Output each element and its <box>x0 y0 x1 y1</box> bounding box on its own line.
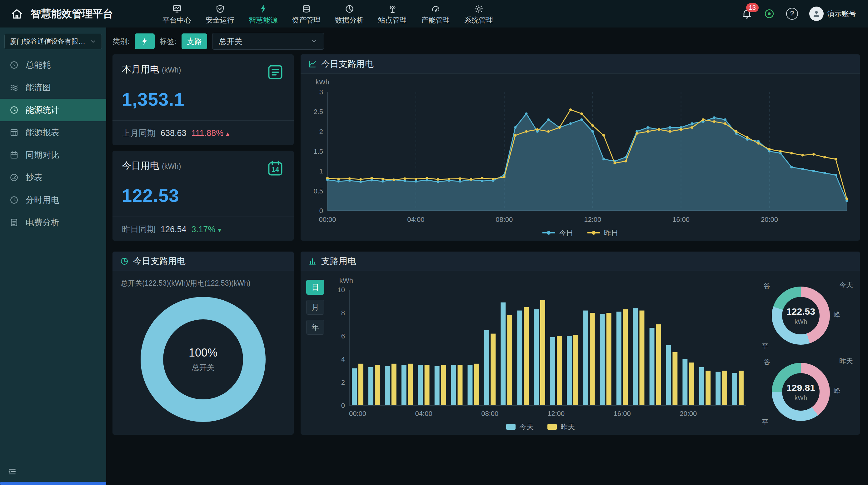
svg-text:1: 1 <box>319 167 323 175</box>
svg-text:6: 6 <box>341 332 345 340</box>
svg-text:16:00: 16:00 <box>673 216 690 223</box>
month-usage-unit: (kWh) <box>162 66 181 74</box>
clock-pie-icon <box>9 105 19 115</box>
nav-item-safety[interactable]: 安全运行 <box>199 3 241 25</box>
app-title: 智慧能效管理平台 <box>31 7 113 21</box>
branch-usage-bar-card: 支路用电 日 月 年 kWh 024681000:0004:0008:0012:… <box>301 251 860 435</box>
nav-item-system[interactable]: 系统管理 <box>458 3 499 25</box>
nav-item-sites[interactable]: 站点管理 <box>372 3 413 25</box>
day-compare-value: 126.54 <box>161 225 187 234</box>
sidebar-collapse-button[interactable] <box>0 464 106 479</box>
help-button[interactable]: ? <box>786 8 798 20</box>
person-icon <box>812 9 821 19</box>
sidebar-item-meter-reading[interactable]: 抄表 <box>0 166 106 189</box>
sidebar-menu: 总能耗 能流图 能源统计 能源报表 同期对比 抄表 分时用电 电费分析 <box>0 54 106 234</box>
category-label: 类别: <box>113 36 130 46</box>
calendar-icon <box>9 150 19 160</box>
tag-branch-button[interactable]: 支路 <box>182 33 207 49</box>
line-y-axis-unit: kWh <box>307 78 853 88</box>
donut-subtitle: 总开关(122.53)(kWh)/用电(122.53)(kWh) <box>113 271 294 288</box>
line-legend: 今日 昨日 <box>307 225 853 241</box>
chevron-down-icon <box>311 38 317 45</box>
svg-text:1.5: 1.5 <box>313 148 323 155</box>
legend-today[interactable]: 今日 <box>542 228 574 238</box>
month-usage-value: 1,353.1 <box>122 89 284 110</box>
cost-doc-icon <box>9 218 19 227</box>
antenna-icon <box>388 4 398 14</box>
nav-item-energy[interactable]: 智慧能源 <box>243 3 284 25</box>
donut-card-title: 今日支路用电 <box>133 255 186 267</box>
breaker-select-value: 总开关 <box>219 36 242 47</box>
sidebar-item-time-of-use[interactable]: 分时用电 <box>0 189 106 211</box>
line-card-title: 今日支路用电 <box>321 58 374 70</box>
category-electric-button[interactable] <box>135 33 155 49</box>
yesterday-line-marker <box>587 232 600 234</box>
svg-text:8: 8 <box>341 309 345 317</box>
svg-text:08:00: 08:00 <box>496 216 513 223</box>
svg-text:3: 3 <box>319 88 323 96</box>
svg-text:08:00: 08:00 <box>481 410 498 418</box>
toggle-month[interactable]: 月 <box>306 300 324 315</box>
energy-circle-icon <box>9 60 19 70</box>
donut-center-label: 总开关 <box>192 363 214 372</box>
shield-icon <box>215 4 225 14</box>
svg-text:00:00: 00:00 <box>319 216 336 223</box>
month-usage-title: 本月用电 <box>122 64 159 74</box>
chevron-down-icon <box>90 38 97 45</box>
sidebar-item-energy-flow[interactable]: 能流图 <box>0 76 106 99</box>
account-menu[interactable]: 演示账号 <box>809 6 856 21</box>
svg-text:16:00: 16:00 <box>614 410 631 418</box>
branch-bar-chart: 024681000:0004:0008:0012:0016:0020:00 <box>331 286 750 419</box>
company-select[interactable]: 厦门锐谷通信设备有限公司 <box>4 34 102 49</box>
avatar <box>809 6 824 21</box>
nav-item-assets[interactable]: 资产管理 <box>286 3 327 25</box>
energy-bolt-icon <box>258 4 268 14</box>
pie-chart-icon <box>345 4 354 14</box>
today-mini-donut-chart: 122.53 kWh <box>772 286 830 345</box>
legend-yesterday[interactable]: 昨日 <box>587 228 618 238</box>
question-icon: ? <box>790 9 794 18</box>
flow-waves-icon <box>9 83 19 92</box>
period-toggle-group: 日 月 年 <box>306 277 329 435</box>
svg-text:0: 0 <box>319 207 323 215</box>
daily-branch-donut-card: 今日支路用电 总开关(122.53)(kWh)/用电(122.53)(kWh) … <box>113 251 294 435</box>
month-change-percent: 111.88%▲ <box>191 128 230 138</box>
top-navigation: 平台中心 安全运行 智慧能源 资产管理 数据分析 站点管理 产能管理 系统管理 <box>156 3 499 25</box>
bar-y-axis-unit: kWh <box>331 277 750 286</box>
svg-text:20:00: 20:00 <box>761 216 778 223</box>
flat-label: 平 <box>762 418 768 427</box>
sidebar-item-cost-analysis[interactable]: 电费分析 <box>0 211 106 234</box>
sidebar-item-energy-report[interactable]: 能源报表 <box>0 121 106 144</box>
valley-label: 谷 <box>764 281 770 290</box>
yesterday-bar-marker <box>548 424 557 430</box>
nav-item-capacity[interactable]: 产能管理 <box>415 3 456 25</box>
svg-text:2: 2 <box>341 378 345 386</box>
month-compare-value: 638.63 <box>161 128 187 138</box>
main-content: 类别: 标签: 支路 总开关 本月用电(kWh) <box>106 28 868 485</box>
company-name: 厦门锐谷通信设备有限公司 <box>10 37 87 46</box>
bar-legend: 今天 昨天 <box>331 419 750 435</box>
valley-label: 谷 <box>764 358 770 367</box>
time-clock-icon <box>9 195 19 205</box>
sidebar-item-total-energy[interactable]: 总能耗 <box>0 54 106 76</box>
day-usage-card: 今日用电(kWh) 14 122.53 昨日同期 126.54 3.17%▼ <box>113 151 294 241</box>
day-usage-unit: (kWh) <box>162 162 181 170</box>
nav-item-data-analysis[interactable]: 数据分析 <box>329 3 370 25</box>
legend-bar-today[interactable]: 今天 <box>506 422 534 432</box>
status-button[interactable] <box>764 8 775 19</box>
notifications-button[interactable]: 13 <box>741 8 752 19</box>
sidebar-item-energy-stats[interactable]: 能源统计 <box>0 99 106 121</box>
sidebar-item-period-compare[interactable]: 同期对比 <box>0 144 106 166</box>
toggle-day[interactable]: 日 <box>306 280 324 295</box>
toggle-year[interactable]: 年 <box>306 320 324 335</box>
svg-text:20:00: 20:00 <box>680 410 697 418</box>
flat-label: 平 <box>762 341 768 350</box>
document-icon <box>266 63 284 81</box>
svg-text:2: 2 <box>319 128 323 135</box>
legend-bar-yesterday[interactable]: 昨天 <box>548 422 575 432</box>
svg-text:00:00: 00:00 <box>349 410 366 418</box>
nav-item-platform[interactable]: 平台中心 <box>156 3 197 25</box>
usage-donut-chart: 100% 总开关 <box>141 297 266 422</box>
breaker-select[interactable]: 总开关 <box>212 33 324 50</box>
scrollbar-thumb[interactable] <box>0 482 106 485</box>
